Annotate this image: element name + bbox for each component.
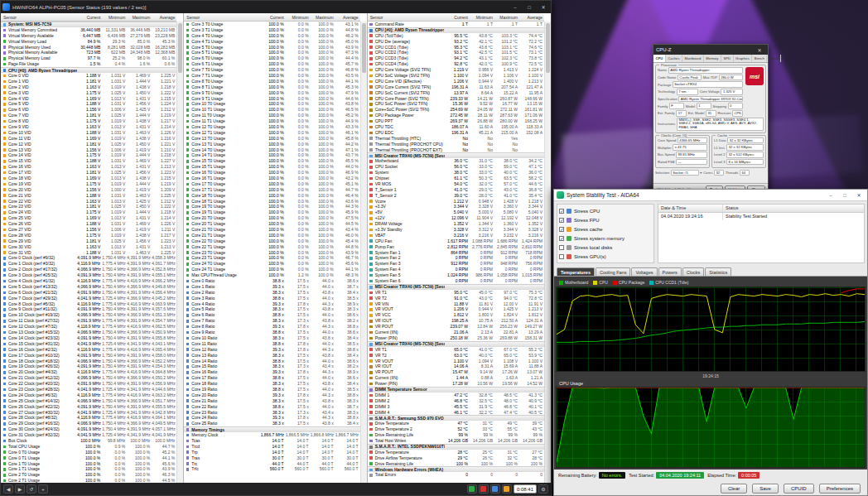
sensor-row[interactable]: Memory Clock 1,866.7 MHz 1,866.5 MHz 1,8… <box>184 432 359 438</box>
sensor-row[interactable]: Core 18 T1 Usage 100.0 % 0.0 % 100.0 % 4… <box>184 199 359 205</box>
sensor-row[interactable]: Core 4 VID 1.169 V 1.013 V 1.431 V 1.215… <box>1 96 176 102</box>
sensor-row[interactable]: Core 5 Ratio 38.3 x 17.5 x 43.8 x 38.3 x <box>184 307 359 313</box>
sensor-row[interactable]: Core 9 Clock (perf #11/32) 4,091.9 MHz 1… <box>1 307 176 313</box>
sensor-row[interactable]: Core 25 VID 1.169 V 1.013 V 1.431 V 1.21… <box>1 215 176 221</box>
stress-option[interactable]: Stress FPU <box>559 215 652 224</box>
cpuz-tab[interactable]: Memory <box>704 55 721 62</box>
cpuz-tab[interactable]: Caches <box>666 55 682 62</box>
sensor-row[interactable]: Core 7 VID 1.181 V 1.025 V 1.444 V 1.219… <box>1 113 176 118</box>
sensor-row[interactable]: Bus Clock 100.0 MHz 99.8 MHz 100.0 MHz 1… <box>1 438 176 444</box>
sensor-row[interactable]: Core 12 T1 Usage 100.0 % 0.0 % 100.0 % 4… <box>184 130 359 136</box>
sensor-row[interactable]: Core 13 T1 Usage 100.0 % 0.0 % 100.0 % 4… <box>184 142 359 147</box>
sensor-row[interactable]: Core 15 T1 Usage 100.0 % 0.0 % 100.0 % 4… <box>184 164 359 170</box>
sensor-row[interactable]: Core 31 VID 1.188 V 1.031 V 1.463 V 1.22… <box>1 250 176 256</box>
scrollbar-thumb[interactable] <box>178 23 182 73</box>
report-button[interactable] <box>502 484 512 494</box>
sensor-row[interactable]: DRAM Voltage 1.352 V 1.344 V 1.360 V 1.3… <box>368 221 544 227</box>
sensor-row[interactable]: VR VOUT 1.100 V 1.094 V 1.108 V 1.100 V <box>368 359 544 364</box>
sensor-row[interactable]: Power (PIN) 250.18 W 25.36 W 269.88 W 15… <box>368 335 544 341</box>
sensor-row[interactable]: Core 2 Ratio 38.3 x 17.5 x 43.8 x 38.4 x <box>184 290 359 296</box>
sensor-row[interactable]: Core 12 Ratio 39.3 x 17.8 x 44.3 x 38.8 … <box>184 347 359 353</box>
sensor-row[interactable]: Core 16 T1 Usage 100.0 % 0.0 % 100.0 % 4… <box>184 176 359 181</box>
checkbox[interactable] <box>559 209 564 214</box>
sensor-row[interactable]: Core 14 T0 Usage 100.0 % 0.0 % 100.0 % 4… <box>184 147 359 153</box>
sensor-row[interactable]: Core 6 T1 Usage 100.0 % 0.0 % 100.0 % 45… <box>184 61 359 67</box>
sensor-row[interactable]: Core 17 Clock (perf #10/32) 4,091.9 MHz … <box>1 353 176 359</box>
sensor-row[interactable]: Drive Airflow Temperature 29 °C 26 °C 32… <box>368 455 544 461</box>
sensor-row[interactable]: System 38.0 °C 33.0 °C 40.0 °C 36.0 °C <box>368 170 544 176</box>
sensor-row[interactable]: +12V 12.096 V 11.904 V 12.192 V 12.048 V <box>368 215 544 221</box>
close-button[interactable]: ✕ <box>853 190 865 200</box>
sensor-row[interactable]: MSI Creator TRX40 (MS-7C59) [Session 2: … <box>368 284 544 290</box>
sensor-row[interactable]: VR T2 91.0 °C 43.0 °C 94.0 °C 72.8 °C <box>368 296 544 301</box>
sensor-row[interactable]: VR VCC 1.812 V 1.800 V 1.824 V 1.812 V <box>368 312 544 318</box>
sensor-row[interactable]: Command Rate 1 T 1 T 1 T 1 T <box>368 22 544 27</box>
sensor-row[interactable]: Drive Temperature 47 °C 31 °C 49 °C 39 °… <box>368 421 544 426</box>
footer-button[interactable]: Clear <box>721 484 747 494</box>
sensor-row[interactable]: Core 0 VID 1.188 V 1.031 V 1.469 V 1.225… <box>1 73 176 79</box>
sensor-row[interactable]: Core 0 T0 Usage 100.0 % 0.0 % 100.0 % 45… <box>1 450 176 455</box>
sensor-row[interactable]: System Fan 5 1,024 RPM 986 RPM 1,058 RPM… <box>368 272 544 278</box>
sensor-row[interactable]: Core 10 T0 Usage 100.0 % 0.0 % 100.0 % 4… <box>184 101 359 107</box>
cpuz-tab[interactable]: CPU <box>653 55 666 62</box>
sensor-row[interactable]: Core 17 VID 1.181 V 1.025 V 1.456 V 1.22… <box>1 170 176 176</box>
sensor-row[interactable]: Core 15 Ratio 38.3 x 17.3 x 43.4 x 38.2 … <box>184 364 359 369</box>
sensor-row[interactable]: DIMM 2 46.8 °C 32.5 °C 48.0 °C 40.9 °C <box>368 398 544 404</box>
footer-button[interactable]: Save <box>752 484 779 494</box>
sensor-row[interactable]: CPU SoC Power (SVI2 TFN) 15.36 W 9.52 W … <box>368 101 544 107</box>
aida64-tab[interactable]: Clocks <box>682 267 705 276</box>
sensor-row[interactable]: Core 30 VID 1.163 V 1.013 V 1.431 V 1.21… <box>1 244 176 250</box>
sensor-row[interactable]: Core 14 VID 1.175 V 1.019 V 1.444 V 1.21… <box>1 152 176 158</box>
sensor-row[interactable]: CPU Core Voltage (SVI2 TFN) 1.219 V 0.95… <box>368 67 544 73</box>
sensor-row[interactable]: Core 14 Ratio 38.8 x 17.5 x 44.0 x 38.6 … <box>184 359 359 364</box>
aida64-tab[interactable]: Voltages <box>631 267 657 276</box>
sensor-row[interactable]: Core 23 T1 Usage 100.0 % 0.0 % 100.0 % 4… <box>184 256 359 262</box>
sensor-row[interactable]: Core 19 T0 Usage 100.0 % 0.0 % 100.0 % 4… <box>184 205 359 210</box>
sensor-row[interactable]: CPU Core Current (SVI2 TFN) 196.31 A 11.… <box>368 84 544 90</box>
sensor-row[interactable]: Core 11 Clock (perf #27/32) 4,091.9 MHz … <box>1 318 176 324</box>
sensor-row[interactable]: Core 0 Clock (perf #9/32) 4,091.9 MHz 1,… <box>1 256 176 262</box>
sensor-row[interactable]: T_Sensor 1 41.0 °C 29.0 °C 43.0 °C 36.8 … <box>368 187 544 193</box>
sensor-row[interactable]: Core 11 VID 1.169 V 1.019 V 1.438 V 1.21… <box>1 136 176 142</box>
sensor-row[interactable]: Core 0 T1 Usage 100.0 % 0.0 % 100.0 % 44… <box>1 455 176 461</box>
add-sensor-button[interactable]: + <box>38 484 48 494</box>
sensor-row[interactable]: Vcore 1.212 V 0.948 V 1.428 V 1.218 V <box>368 199 544 205</box>
sensor-row[interactable]: Core 5 T1 Usage 100.0 % 0.0 % 100.0 % 47… <box>184 50 359 55</box>
maximize-button[interactable]: □ <box>839 190 851 200</box>
sensor-row[interactable]: Core 11 Ratio 38.8 x 17.8 x 44.0 x 38.5 … <box>184 341 359 347</box>
sensor-row[interactable]: CPU CCD3 (Tdie) 94.2 °C 43.1 °C 102.3 °C… <box>368 55 544 61</box>
sensor-row[interactable]: Core 12 Clock (perf #7/32) 4,116.9 MHz 1… <box>1 324 176 330</box>
sensor-row[interactable]: Core 19 Clock (perf #26/32) 4,091.9 MHz … <box>1 364 176 369</box>
sensor-row[interactable]: Core 4 Ratio 39.3 x 17.8 x 44.3 x 38.9 x <box>184 301 359 307</box>
socket-select[interactable]: Socket #1 <box>671 170 699 176</box>
sensor-row[interactable]: Core 12 T0 Usage 100.0 % 0.0 % 100.0 % 4… <box>184 124 359 130</box>
sensor-row[interactable]: Motherboard 36.0 °C 31.0 °C 38.0 °C 34.2… <box>368 158 544 164</box>
sensor-row[interactable]: Core 7 T0 Usage 100.0 % 0.0 % 100.0 % 46… <box>184 67 359 73</box>
sensor-row[interactable]: System Fan 1 864 RPM 0 RPM 912 RPM 718 R… <box>368 250 544 256</box>
sensor-row[interactable]: Core 1 Ratio 39.3 x 17.5 x 44.0 x 38.7 x <box>184 284 359 290</box>
sensor-row[interactable]: Core 1 VID 1.181 V 1.031 V 1.444 V 1.221… <box>1 79 176 84</box>
stress-option[interactable]: Stress local disks <box>559 243 652 252</box>
sensor-row[interactable]: Core 23 Ratio 38.3 x 17.3 x 43.4 x 38.3 … <box>184 410 359 416</box>
sensor-row[interactable]: Thermal Throttling (PROCHOT CPU) No No N… <box>368 142 544 147</box>
scroll-left-button[interactable]: ◀ <box>3 484 13 494</box>
sensor-row[interactable]: Core 22 T1 Usage 100.0 % 0.0 % 100.0 % 4… <box>184 244 359 250</box>
sensor-row[interactable]: System Fan 6 0 RPM 0 RPM 0 RPM 0 RPM <box>368 278 544 284</box>
sensor-row[interactable]: Core 1 Clock (perf #3/32) 4,116.9 MHz 1,… <box>1 261 176 267</box>
sensor-row[interactable]: Core 25 Clock (perf #14/32) 4,066.9 MHz … <box>1 398 176 404</box>
sensor-row[interactable]: VR T2 63.0 °C 40.0 °C 65.0 °C 53.9 °C <box>368 353 544 359</box>
sensor-row[interactable]: Core 15 T0 Usage 100.0 % 0.0 % 100.0 % 4… <box>184 158 359 164</box>
sensor-row[interactable]: VR POUT 15.47 W 9.14 W 17.26 W 13.07 W <box>368 369 544 375</box>
sensor-row[interactable]: Core 13 VID 1.156 V 1.006 V 1.419 V 1.21… <box>1 147 176 153</box>
sensor-row[interactable]: Virtual Memory Available 6,447 MB 6,436 … <box>1 33 176 39</box>
cpuz-titlebar[interactable]: CPU-Z ✕ <box>653 45 768 55</box>
sensor-row[interactable]: Core 24 Clock (perf #6/32) 4,116.9 MHz 1… <box>1 392 176 398</box>
sensor-row[interactable]: Core+SoC Power (SVI2 TFN) 254.69 W 24.05… <box>368 107 544 113</box>
sensor-row[interactable]: Core 21 VID 1.188 V 1.031 V 1.463 V 1.22… <box>1 193 176 199</box>
sensor-row[interactable]: Core 19 VID 1.175 V 1.019 V 1.444 V 1.21… <box>1 181 176 187</box>
sensor-row[interactable]: Core 5 T0 Usage 100.0 % 0.0 % 100.0 % 43… <box>184 45 359 51</box>
sensor-row[interactable]: Core 8 VID 1.175 V 1.019 V 1.438 V 1.217… <box>1 118 176 124</box>
sensor-row[interactable]: Core 7 Ratio 38.3 x 17.3 x 43.8 x 38.2 x <box>184 318 359 324</box>
sensor-row[interactable]: Core 10 VID 1.188 V 1.031 V 1.463 V 1.22… <box>1 130 176 136</box>
sensor-row[interactable]: Core 18 VID 1.169 V 1.013 V 1.438 V 1.21… <box>1 176 176 181</box>
